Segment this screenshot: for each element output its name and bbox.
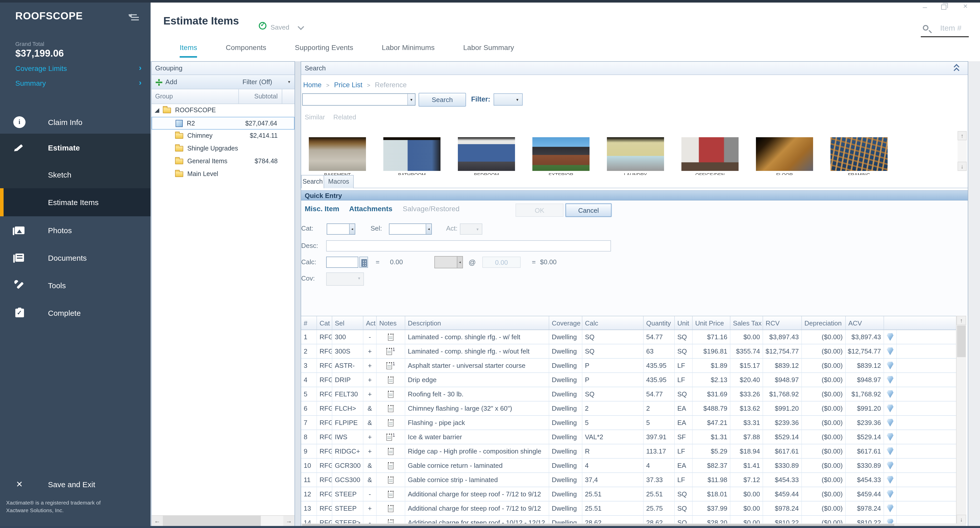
caret-left-icon[interactable]: ◄ — [349, 224, 355, 234]
table-row[interactable]: 6RFGFLCH>&Chimney flashing - large (32" … — [301, 401, 956, 416]
note-icon[interactable] — [387, 348, 392, 355]
saved-chevron-icon[interactable] — [298, 24, 304, 30]
category-thumb[interactable]: BASEMENT — [309, 137, 366, 171]
sidebar-link-coverage-limits[interactable]: Coverage Limits› — [15, 64, 67, 76]
hscroll-thumb[interactable] — [163, 516, 261, 526]
qe-calc-input[interactable] — [326, 257, 358, 268]
qe-tab-attachments[interactable]: Attachments — [349, 205, 393, 213]
table-row[interactable]: 14RFGSTEEP>-Additional charge for steep … — [301, 516, 956, 525]
price-list-icon[interactable] — [887, 476, 894, 484]
price-list-icon[interactable] — [887, 333, 894, 341]
table-scroll-up[interactable]: ↑ — [956, 316, 966, 325]
plus-icon[interactable] — [156, 79, 162, 86]
column-header[interactable]: Coverage — [549, 316, 582, 330]
column-header[interactable]: Description — [405, 316, 549, 330]
note-icon[interactable] — [388, 376, 393, 384]
column-header[interactable]: Unit Price — [693, 316, 730, 330]
sidebar-item-claim-info[interactable]: i Claim Info — [0, 108, 151, 136]
qe-tab-misc-item[interactable]: Misc. Item — [305, 205, 339, 213]
category-thumb[interactable]: OFFICE/DEN — [681, 137, 738, 171]
note-icon[interactable] — [388, 405, 393, 412]
table-row[interactable]: 5RFGFELT30+Roofing felt - 30 lb.Dwelling… — [301, 387, 956, 401]
price-list-icon[interactable] — [887, 376, 894, 384]
note-icon[interactable] — [388, 419, 393, 426]
column-header[interactable]: Sel — [332, 316, 363, 330]
table-row[interactable]: 3RFGASTR-+1Asphalt starter - universal s… — [301, 358, 956, 373]
grouping-hscroll[interactable]: ← → — [151, 515, 294, 526]
column-header[interactable]: Notes — [377, 316, 405, 330]
filter-dropdown[interactable]: ▼ — [493, 94, 523, 106]
column-header[interactable]: Quantity — [644, 316, 675, 330]
sidebar-item-tools[interactable]: Tools — [0, 271, 151, 299]
note-icon[interactable] — [387, 433, 392, 441]
table-row[interactable]: 1RFG300-Laminated - comp. shingle rfg. -… — [301, 330, 956, 344]
table-row[interactable]: 9RFGRIDGC++Ridge cap - High profile - co… — [301, 444, 956, 458]
note-icon[interactable] — [388, 333, 393, 341]
column-header[interactable]: Sales Tax — [730, 316, 763, 330]
add-button-label[interactable]: Add — [165, 78, 177, 86]
breadcrumb-price-list[interactable]: Price List — [334, 81, 363, 89]
tab-macros[interactable]: Macros — [324, 175, 354, 188]
note-icon[interactable] — [388, 490, 393, 498]
column-header[interactable]: RCV — [763, 316, 802, 330]
combo-caret-icon[interactable]: ▼ — [407, 94, 415, 105]
tree-row[interactable]: Chimney$2,414.11 — [151, 130, 294, 142]
category-thumb[interactable]: BATHROOM — [383, 137, 441, 171]
note-icon[interactable] — [388, 476, 393, 484]
vscroll-thumb[interactable] — [957, 325, 966, 357]
tree-row[interactable]: R2$27,047.64 — [151, 117, 294, 130]
cancel-button[interactable]: Cancel — [566, 203, 611, 217]
table-scroll-down[interactable]: ↓ — [956, 515, 966, 524]
search-button[interactable]: Search — [418, 93, 466, 106]
table-row[interactable]: 10RFGGCR300&Gable cornice return - lamin… — [301, 458, 956, 473]
column-header[interactable]: Unit — [675, 316, 693, 330]
ok-button[interactable]: OK — [515, 203, 563, 217]
table-row[interactable]: 8RFGIWS+1Ice & water barrierDwellingVAL*… — [301, 430, 956, 444]
table-row[interactable]: 11RFGGCS300&Gable cornice strip - lamina… — [301, 473, 956, 487]
caret-left-icon[interactable]: ◄ — [426, 224, 431, 234]
column-header[interactable]: ACV — [846, 316, 884, 330]
category-thumb[interactable]: BEDROOM — [458, 137, 515, 171]
price-search-input[interactable] — [304, 94, 406, 105]
column-header[interactable]: Act — [363, 316, 377, 330]
qe-tab-salvage[interactable]: Salvage/Restored — [403, 205, 460, 213]
sidebar-item-complete[interactable]: ✓ Complete — [0, 299, 151, 327]
sidebar-link-summary[interactable]: Summary› — [15, 79, 46, 90]
scroll-left-button[interactable]: ← — [151, 516, 163, 526]
price-list-icon[interactable] — [887, 433, 894, 441]
price-search-combo[interactable]: ▼ — [302, 94, 415, 106]
note-icon[interactable] — [388, 505, 393, 512]
category-thumb[interactable]: LAUNDRY — [607, 137, 664, 171]
note-icon[interactable] — [388, 448, 393, 455]
category-thumb[interactable]: FRAMING — [830, 137, 888, 171]
price-list-icon[interactable] — [887, 419, 894, 427]
table-row[interactable]: 13RFGSTEEP+Additional charge for steep r… — [301, 501, 956, 516]
price-list-icon[interactable] — [887, 462, 894, 469]
close-button[interactable]: × — [963, 2, 968, 10]
column-header[interactable]: Calc — [582, 316, 644, 330]
price-list-icon[interactable] — [887, 347, 894, 355]
sidebar-item-sketch[interactable]: Sketch — [0, 161, 151, 188]
table-row[interactable]: 4RFGDRIP+Drip edgeDwellingP435.95LF$2.13… — [301, 373, 956, 387]
tree-row[interactable]: ROOFSCOPE — [151, 104, 294, 117]
sidebar-item-estimate-items[interactable]: Estimate Items — [0, 188, 151, 216]
note-icon[interactable] — [387, 362, 392, 369]
tab-search[interactable]: Search — [301, 175, 324, 188]
note-icon[interactable] — [388, 462, 393, 469]
column-header[interactable]: Cat — [317, 316, 332, 330]
tab-items[interactable]: Items — [180, 43, 197, 58]
category-thumb[interactable]: EXTERIOR — [532, 137, 590, 171]
group-filter[interactable]: Filter (Off) — [242, 78, 272, 86]
breadcrumb-home[interactable]: Home — [303, 81, 321, 89]
table-row[interactable]: 7RFGFLPIPE&Flashing - pipe jackDwelling5… — [301, 416, 956, 430]
expand-triangle-icon[interactable] — [155, 108, 159, 113]
price-list-icon[interactable] — [887, 362, 894, 369]
calculator-button[interactable] — [360, 257, 368, 268]
category-thumb[interactable]: FLOOR — [756, 137, 813, 171]
price-list-icon[interactable] — [887, 490, 894, 498]
table-row[interactable]: 2RFG300S+1Laminated - comp. shingle rfg.… — [301, 344, 956, 358]
tree-row[interactable]: Shingle Upgrades — [151, 142, 294, 155]
column-subtotal[interactable]: Subtotal — [254, 93, 278, 100]
column-header[interactable]: Depreciation — [802, 316, 846, 330]
qe-sel-combo[interactable]: ◄ — [389, 224, 432, 235]
